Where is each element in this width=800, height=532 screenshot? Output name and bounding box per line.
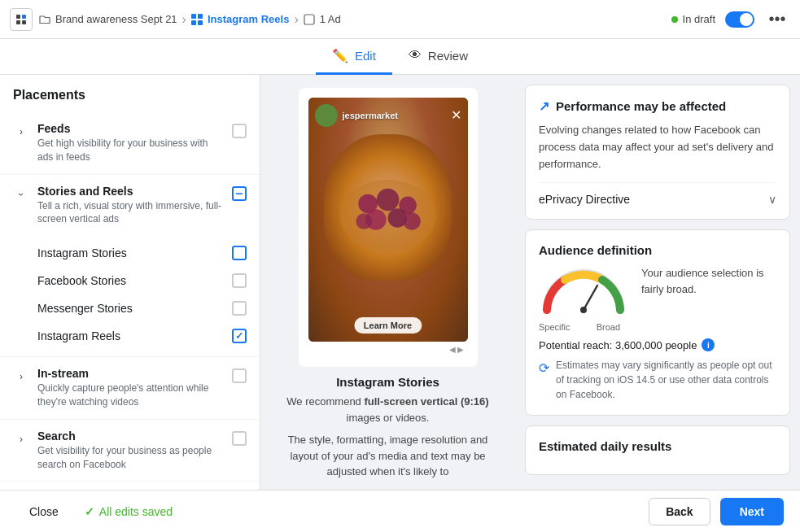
daily-results-title-text: Estimated daily results [539,439,671,453]
preview-description: We recommend full-screen vertical (9:16)… [273,394,502,425]
audience-card: Audience definition Specific [525,229,790,416]
feeds-checkbox[interactable] [232,124,247,138]
feeds-chevron-icon: › [13,124,29,140]
svg-rect-3 [22,20,26,24]
gauge-broad-label: Broad [597,322,620,332]
instream-text: In-stream Quickly capture people's atten… [37,367,224,409]
feeds-title: Feeds [37,122,224,135]
breadcrumb-ad[interactable]: 1 Ad [320,13,341,25]
tabbar: ✏️ Edit 👁 Review [0,39,800,75]
messenger-stories-label: Messenger Stories [37,302,133,315]
tab-review[interactable]: 👁 Review [392,39,484,75]
ad-close-icon[interactable]: ✕ [451,109,461,122]
placement-feeds-header[interactable]: › Feeds Get high visibility for your bus… [0,112,260,174]
instagram-stories-label: Instagram Stories [37,246,127,259]
potential-reach-info-icon[interactable]: i [702,338,715,351]
instagram-reels-icon [191,14,203,25]
sidebar-toggle[interactable] [10,8,33,31]
topbar-right: In draft ••• [671,7,790,33]
search-desc: Get visibility for your business as peop… [37,444,224,472]
preview-title: Instagram Stories [336,375,439,389]
stories-reels-title: Stories and Reels [37,185,224,198]
feeds-text: Feeds Get high visibility for your busin… [37,122,224,164]
draft-status: In draft [671,13,715,25]
ad-preview-image: jespermarket ✕ Learn More [308,98,468,342]
messenger-stories-checkbox[interactable] [232,301,247,316]
ad-preview-header: jespermarket ✕ [308,98,468,133]
stories-reels-checkbox[interactable]: – [232,186,247,201]
performance-text: Evolving changes related to how Facebook… [539,122,776,172]
ad-avatar [315,104,338,127]
search-header[interactable]: › Search Get visibility for your busines… [0,420,260,482]
svg-point-12 [403,212,421,230]
gauge-labels: Specific Broad [539,322,620,332]
gauge-specific-label: Specific [539,322,570,332]
svg-point-11 [356,213,372,229]
more-options-button[interactable]: ••• [764,7,790,33]
main-content: Placements › Feeds Get high visibility f… [0,75,800,490]
stories-reels-chevron-icon: › [13,186,29,203]
daily-results-title: Estimated daily results [539,439,776,453]
placement-search: › Search Get visibility for your busines… [0,420,260,482]
checkmark-icon: ✓ [85,505,94,518]
gauge-container: Specific Broad Your audience selection i… [539,265,776,332]
facebook-stories-checkbox[interactable] [232,273,247,288]
next-button[interactable]: Next [720,498,784,525]
breadcrumb-campaign[interactable]: Brand awareness Sept 21 [55,13,177,25]
audience-desc: Your audience selection is fairly broad. [641,265,776,297]
tab-review-label: Review [428,49,468,63]
placements-title: Placements [0,88,260,112]
preview-desc-part1: We recommend [286,395,364,408]
instream-title: In-stream [37,367,224,380]
placement-feeds: › Feeds Get high visibility for your bus… [0,112,260,175]
back-button[interactable]: Back [649,498,710,525]
svg-rect-1 [22,15,26,19]
search-chevron-icon: › [13,431,29,447]
performance-title: ↗ Performance may be affected [539,98,776,114]
search-checkbox[interactable] [232,431,247,446]
bottombar: Close ✓ All edits saved Back Next [0,490,800,532]
messages-header[interactable]: › Messages Send offers or updates to peo… [0,482,260,490]
eprivacy-row[interactable]: ePrivacy Directive ∨ [539,182,776,206]
preview-desc-part2: images or videos. [347,412,430,424]
instagram-reels-checkbox[interactable] [232,329,247,343]
performance-title-text: Performance may be affected [556,99,726,113]
instagram-stories-checkbox[interactable] [232,246,247,260]
facebook-stories-label: Facebook Stories [37,274,126,287]
placement-stories-reels: › Stories and Reels Tell a rich, visual … [0,175,260,358]
feeds-desc: Get high visibility for your business wi… [37,137,224,164]
status-text: In draft [683,13,715,25]
potential-reach: Potential reach: 3,600,000 people i [539,338,776,351]
review-icon: 👁 [409,48,422,63]
close-button[interactable]: Close [16,499,72,525]
ad-preview-footer: ◀ ▶ [308,342,468,357]
sub-item-facebook-stories: Facebook Stories [37,267,247,294]
instream-desc: Quickly capture people's attention while… [37,382,224,409]
performance-card: ↗ Performance may be affected Evolving c… [525,85,790,220]
ad-learn-more-btn[interactable]: Learn More [354,317,422,334]
instagram-reels-label: Instagram Reels [37,329,120,342]
ad-preview-card: jespermarket ✕ Learn More ◀ ▶ [299,88,478,367]
preview-desc-bold: full-screen vertical (9:16) [364,395,488,408]
topbar: Brand awareness Sept 21 › Instagram Reel… [0,0,800,39]
breadcrumb-sep-1: › [182,12,186,27]
instream-checkbox[interactable] [232,368,247,383]
chart-icon: ⟳ [539,359,549,378]
status-dot [671,16,678,23]
estimates-text-content: Estimates may vary significantly as peop… [556,358,776,402]
breadcrumb: Brand awareness Sept 21 › Instagram Reel… [39,12,341,27]
search-title: Search [37,430,224,443]
sub-item-messenger-stories: Messenger Stories [37,294,247,322]
publish-toggle[interactable] [725,11,754,28]
tab-edit[interactable]: ✏️ Edit [316,39,392,75]
edit-icon: ✏️ [332,48,348,63]
breadcrumb-adset[interactable]: Instagram Reels [208,13,289,25]
instream-header[interactable]: › In-stream Quickly capture people's att… [0,357,260,419]
stories-reels-header[interactable]: › Stories and Reels Tell a rich, visual … [0,175,260,237]
stories-reels-subitems: Instagram Stories Facebook Stories Messe… [0,236,260,356]
action-buttons: Back Next [649,498,784,525]
stories-reels-text: Stories and Reels Tell a rich, visual st… [37,185,224,227]
performance-icon: ↗ [539,98,549,114]
instream-chevron-icon: › [13,368,29,385]
placement-instream: › In-stream Quickly capture people's att… [0,357,260,420]
